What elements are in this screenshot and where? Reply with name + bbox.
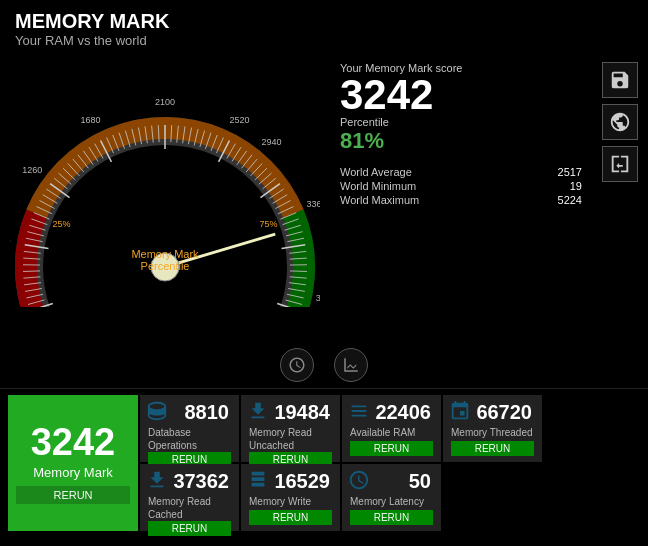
mem-threaded-icon [449, 400, 471, 426]
main-score-label: Memory Mark [33, 465, 112, 480]
compare-icon-button[interactable] [602, 146, 638, 182]
mem-latency-label: Memory Latency [350, 495, 433, 508]
available-ram-icon [348, 400, 370, 426]
gauge-icon-button[interactable] [280, 348, 314, 382]
main-score-cell: 3242 Memory Mark RERUN [8, 395, 138, 531]
world-min-value: 19 [570, 180, 582, 192]
icons-column [602, 52, 638, 342]
page-subtitle: Your RAM vs the world [15, 33, 633, 48]
score-value: 3242 [340, 74, 582, 116]
world-max-value: 5224 [558, 194, 582, 206]
mem-read-cached-label: Memory Read Cached [148, 495, 231, 521]
bottom-icon-row [0, 342, 648, 389]
page-title: MEMORY MARK [15, 10, 633, 33]
percentile-label: Percentile [340, 116, 582, 128]
world-avg-label: World Average [340, 166, 412, 178]
mem-threaded-cell: 66720 Memory Threaded RERUN [443, 395, 542, 462]
mem-write-label: Memory Write [249, 495, 332, 508]
mem-write-cell: 16529 Memory Write RERUN [241, 464, 340, 531]
gauge-percentile-label: Memory Mark Percentile [131, 248, 198, 272]
score-grid: 3242 Memory Mark RERUN 8810 Database Ope… [0, 389, 648, 537]
header: MEMORY MARK Your RAM vs the world [0, 0, 648, 52]
mem-latency-icon [348, 469, 370, 495]
database-label: Database Operations [148, 426, 231, 452]
gauge-container: Memory Mark Percentile [10, 52, 320, 302]
available-ram-rerun-button[interactable]: RERUN [350, 441, 433, 456]
mem-read-cached-rerun-button[interactable]: RERUN [148, 521, 231, 536]
mem-write-rerun-button[interactable]: RERUN [249, 510, 332, 525]
main-score-value: 3242 [31, 423, 116, 461]
globe-icon-button[interactable] [602, 104, 638, 140]
available-ram-label: Available RAM [350, 426, 433, 439]
main-content: Memory Mark Percentile Your Memory Mark … [0, 52, 648, 342]
database-icon [146, 400, 168, 426]
world-max-label: World Maximum [340, 194, 419, 206]
mem-read-uncached-icon [247, 400, 269, 426]
database-cell: 8810 Database Operations RERUN [140, 395, 239, 462]
percentile-value: 81% [340, 128, 582, 154]
score-section: Your Memory Mark score 3242 Percentile 8… [320, 52, 602, 342]
main-rerun-button[interactable]: RERUN [16, 486, 130, 504]
mem-write-icon [247, 469, 269, 495]
mem-latency-rerun-button[interactable]: RERUN [350, 510, 433, 525]
world-avg-value: 2517 [558, 166, 582, 178]
chart-icon-button[interactable] [334, 348, 368, 382]
save-icon-button[interactable] [602, 62, 638, 98]
mem-latency-cell: 50 Memory Latency RERUN [342, 464, 441, 531]
mem-threaded-label: Memory Threaded [451, 426, 534, 439]
mem-read-uncached-cell: 19484 Memory Read Uncached RERUN [241, 395, 340, 462]
world-min-label: World Minimum [340, 180, 416, 192]
mem-read-uncached-label: Memory Read Uncached [249, 426, 332, 452]
mem-read-cached-icon [146, 469, 168, 495]
mem-threaded-rerun-button[interactable]: RERUN [451, 441, 534, 456]
world-stats: World Average 2517 World Minimum 19 Worl… [340, 166, 582, 206]
mem-read-cached-cell: 37362 Memory Read Cached RERUN [140, 464, 239, 531]
available-ram-cell: 22406 Available RAM RERUN [342, 395, 441, 462]
